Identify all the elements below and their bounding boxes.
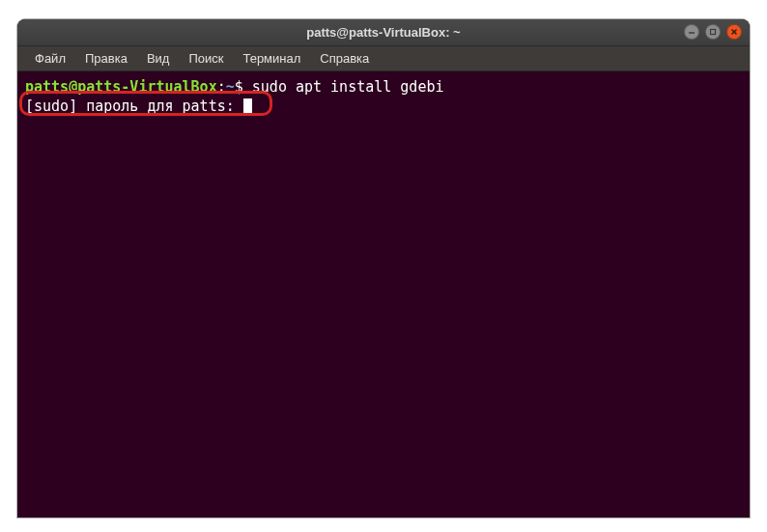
svg-rect-1 bbox=[711, 30, 716, 35]
close-icon bbox=[730, 28, 738, 36]
window-controls bbox=[684, 24, 742, 40]
maximize-button[interactable] bbox=[705, 24, 721, 40]
prompt-user-host: patts@patts-VirtualBox bbox=[25, 78, 217, 96]
menu-help[interactable]: Справка bbox=[312, 48, 377, 69]
prompt-char: $ bbox=[235, 78, 252, 96]
menu-view[interactable]: Вид bbox=[139, 48, 178, 69]
terminal-body[interactable]: patts@patts-VirtualBox:~$ sudo apt insta… bbox=[17, 71, 750, 518]
prompt-path: ~ bbox=[226, 78, 235, 96]
terminal-line-1: patts@patts-VirtualBox:~$ sudo apt insta… bbox=[25, 77, 742, 97]
sudo-prompt: [sudo] пароль для patts: bbox=[25, 98, 243, 115]
maximize-icon bbox=[709, 28, 717, 36]
menu-terminal[interactable]: Терминал bbox=[235, 48, 308, 69]
terminal-line-2: [sudo] пароль для patts: bbox=[25, 97, 742, 116]
prompt-colon: : bbox=[217, 78, 226, 96]
menu-search[interactable]: Поиск bbox=[181, 48, 231, 69]
terminal-window: patts@patts-VirtualBox: ~ Файл Правка Ви… bbox=[17, 19, 750, 518]
close-button[interactable] bbox=[726, 24, 742, 40]
titlebar[interactable]: patts@patts-VirtualBox: ~ bbox=[17, 19, 750, 46]
cursor bbox=[243, 98, 252, 114]
window-title: patts@patts-VirtualBox: ~ bbox=[306, 25, 460, 40]
menu-file[interactable]: Файл bbox=[27, 48, 73, 69]
minimize-button[interactable] bbox=[684, 24, 699, 40]
command-text: sudo apt install gdebi bbox=[252, 78, 444, 96]
menu-edit[interactable]: Правка bbox=[77, 48, 135, 69]
minimize-icon bbox=[688, 28, 696, 36]
menubar: Файл Правка Вид Поиск Терминал Справка bbox=[17, 46, 750, 71]
